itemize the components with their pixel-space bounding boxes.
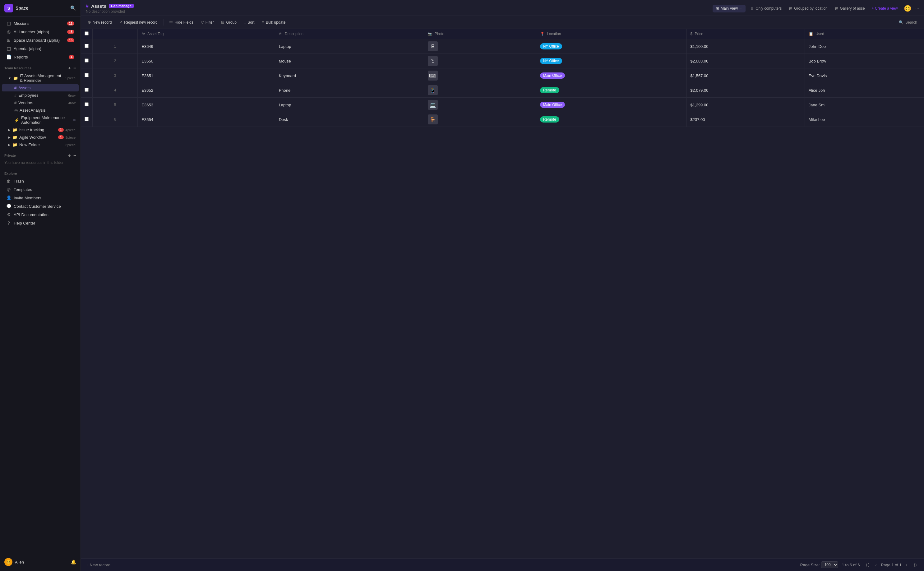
group-button[interactable]: ⊟ Group [218, 19, 239, 26]
row-photo: 💻 [424, 98, 536, 112]
new-record-button[interactable]: ⊕ New record [85, 19, 115, 26]
photo-thumbnail: 💻 [428, 100, 438, 110]
sidebar-item-employees[interactable]: # Employees 6row [2, 92, 79, 99]
row-photo: ⌨ [424, 68, 536, 83]
row-asset-tag: E3654 [138, 112, 275, 127]
sidebar-item-space-dashboard[interactable]: ⊞ Space Dashboard (alpha) 15 [2, 36, 79, 44]
tab-grouped-by-location[interactable]: ⊞ Grouped by location [786, 5, 830, 12]
gallery-icon: ⊞ [835, 6, 838, 11]
help-icon: ? [6, 221, 11, 225]
contact-icon: 💬 [6, 204, 11, 209]
search-icon[interactable]: 🔍 [70, 5, 76, 11]
page-title-area: # Assets Can manage No description provi… [86, 3, 709, 14]
main-view-dots[interactable]: ··· [739, 6, 742, 11]
row-price: $2,083.00 [687, 54, 805, 68]
row-select-checkbox[interactable] [85, 88, 89, 92]
sidebar-item-vendors[interactable]: # Vendors 4row [2, 99, 79, 106]
team-resource-more-icon[interactable]: ··· [72, 66, 76, 71]
row-checkbox[interactable] [81, 39, 92, 54]
explore-item-contact-service[interactable]: 💬 Contact Customer Service [2, 202, 79, 210]
header-more-icon[interactable]: ··· [915, 6, 919, 11]
first-page-button[interactable]: ⟨⟨ [864, 561, 871, 568]
sidebar-item-asset-analysis[interactable]: ◎ Asset Analysis [2, 106, 79, 114]
row-select-checkbox[interactable] [85, 117, 89, 121]
row-price: $237.00 [687, 112, 805, 127]
prev-page-button[interactable]: ‹ [872, 561, 880, 568]
last-page-button[interactable]: ⟩⟩ [912, 561, 919, 568]
next-page-button[interactable]: › [903, 561, 910, 568]
assets-label: Assets [18, 85, 75, 90]
folder-new-folder[interactable]: ▶ 📁 New Folder 8piece [2, 141, 79, 148]
search-box[interactable]: 🔍 Search [896, 19, 920, 26]
sort-label: Sort [248, 20, 254, 25]
sidebar-item-assets[interactable]: # Assets [2, 84, 79, 91]
tab-main-view[interactable]: ⊞ Main View ··· [713, 5, 745, 12]
col-asset-tag[interactable]: Aː Asset Tag [138, 29, 275, 39]
hide-fields-label: Hide Fields [175, 20, 193, 25]
footer-user[interactable]: 😊 Allen 🔔 [0, 556, 80, 568]
table-row[interactable]: 1 E3649 Laptop 🖥 NY Office $1,100.00 Joh… [81, 39, 924, 54]
folder-it-assets[interactable]: ▼ 📁 IT Assets Management & Reminder 5pie… [2, 72, 79, 84]
hide-fields-button[interactable]: 👁 Hide Fields [166, 19, 197, 26]
page-size-select[interactable]: 100 50 25 [821, 561, 838, 568]
space-avatar[interactable]: S [5, 4, 13, 12]
explore-item-invite-members[interactable]: 👤 Invite Members [2, 194, 79, 202]
table-row[interactable]: 3 E3651 Keyboard ⌨ Main Office $1,567.00… [81, 68, 924, 83]
select-all-checkbox[interactable] [85, 31, 89, 35]
row-select-checkbox[interactable] [85, 44, 89, 48]
row-checkbox[interactable] [81, 68, 92, 83]
explore-item-help-center[interactable]: ? Help Center [2, 219, 79, 227]
table-row[interactable]: 2 E3650 Mouse 🖱 NY Office $2,083.00 Bob … [81, 54, 924, 68]
col-location[interactable]: 📍 Location [536, 29, 687, 39]
explore-item-api-docs[interactable]: ⚙ API Documentation [2, 211, 79, 219]
request-record-button[interactable]: ↗ Request new record [116, 19, 160, 26]
table-row[interactable]: 4 E3652 Phone 📱 Remote $2,079.00 Alice J… [81, 83, 924, 98]
search-icon: 🔍 [899, 20, 904, 25]
toolbar: ⊕ New record ↗ Request new record 👁 Hide… [81, 16, 924, 29]
explore-item-templates[interactable]: ◎ Templates [2, 185, 79, 193]
sidebar-item-equipment-automation[interactable]: ⚡ Equipment Maintenance Automation [2, 114, 79, 126]
create-view-button[interactable]: + Create a view [869, 5, 900, 12]
add-team-resource-icon[interactable]: + [68, 66, 71, 71]
team-resources-actions[interactable]: + ··· [68, 66, 76, 71]
row-photo: 🪑 [424, 112, 536, 127]
tab-only-computers[interactable]: 🖥 Only computers [747, 5, 785, 12]
private-more-icon[interactable]: ··· [72, 153, 76, 158]
row-select-checkbox[interactable] [85, 102, 89, 106]
col-photo[interactable]: 📷 Photo [424, 29, 536, 39]
filter-button[interactable]: ▽ Filter [198, 19, 217, 26]
tab-gallery[interactable]: ⊞ Gallery of asse [832, 5, 868, 12]
private-actions[interactable]: + ··· [68, 153, 76, 158]
sidebar-item-ai-launcher[interactable]: ◎ AI Launcher (alpha) 15 [2, 28, 79, 36]
row-checkbox[interactable] [81, 98, 92, 112]
add-private-icon[interactable]: + [68, 153, 71, 158]
sidebar-item-missions[interactable]: ◫ Missions 11 [2, 19, 79, 27]
gallery-label: Gallery of asse [840, 6, 865, 11]
col-used[interactable]: 📋 Used [805, 29, 924, 39]
location-badge: NY Office [540, 58, 562, 64]
row-select-checkbox[interactable] [85, 73, 89, 77]
sort-button[interactable]: ↕ Sort [241, 19, 258, 26]
col-description[interactable]: Aː Description [275, 29, 424, 39]
footer-new-record-button[interactable]: + New record [86, 563, 110, 567]
pagination-controls: ⟨⟨ ‹ Page 1 of 1 › ⟩⟩ [864, 561, 919, 568]
sidebar-item-agenda[interactable]: ◫ Agenda (alpha) [2, 45, 79, 52]
row-number: 2 [92, 54, 138, 68]
row-asset-tag: E3652 [138, 83, 275, 98]
row-checkbox[interactable] [81, 54, 92, 68]
table-row[interactable]: 5 E3653 Laptop 💻 Main Office $1,299.00 J… [81, 98, 924, 112]
asset-tag-col-icon: Aː [142, 32, 145, 36]
col-price[interactable]: $ Price [687, 29, 805, 39]
folder-icon: 📁 [13, 76, 18, 80]
row-checkbox[interactable] [81, 112, 92, 127]
folder-agile-workflow[interactable]: ▶ 📁 Agile Workflow 1 9piece [2, 134, 79, 141]
page-description: No description provided [86, 9, 709, 14]
row-checkbox[interactable] [81, 83, 92, 98]
table-row[interactable]: 6 E3654 Desk 🪑 Remote $237.00 Mike Lee [81, 112, 924, 127]
bulk-update-button[interactable]: ≡ Bulk update [259, 19, 288, 26]
sidebar-item-reports[interactable]: 📄 Reports 4 [2, 53, 79, 61]
row-select-checkbox[interactable] [85, 59, 89, 63]
notification-icon[interactable]: 🔔 [71, 560, 76, 565]
folder-issue-tracking[interactable]: ▶ 📁 Issue tracking 1 4piece [2, 126, 79, 133]
explore-item-trash[interactable]: 🗑 Trash [2, 177, 79, 185]
